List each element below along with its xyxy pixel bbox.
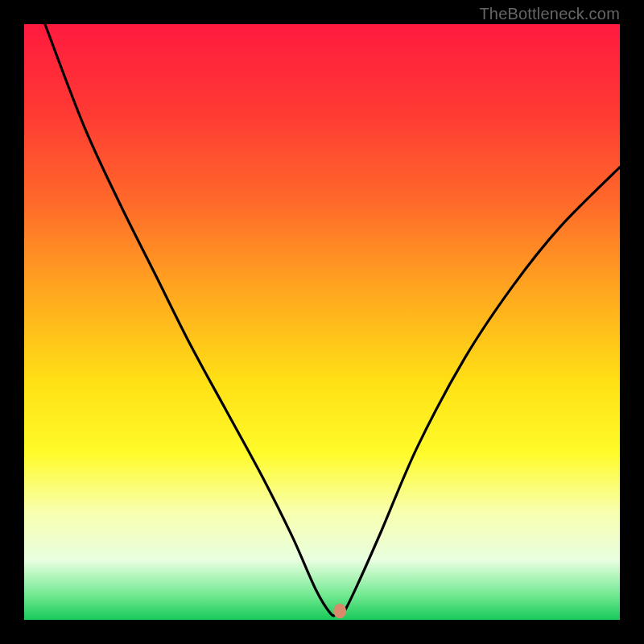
- plot-area: [24, 24, 620, 620]
- gradient-background: [24, 24, 620, 620]
- chart-svg: [24, 24, 620, 620]
- watermark-text: TheBottleneck.com: [479, 5, 620, 23]
- chart-container: TheBottleneck.com: [0, 0, 644, 644]
- optimum-marker: [333, 604, 346, 618]
